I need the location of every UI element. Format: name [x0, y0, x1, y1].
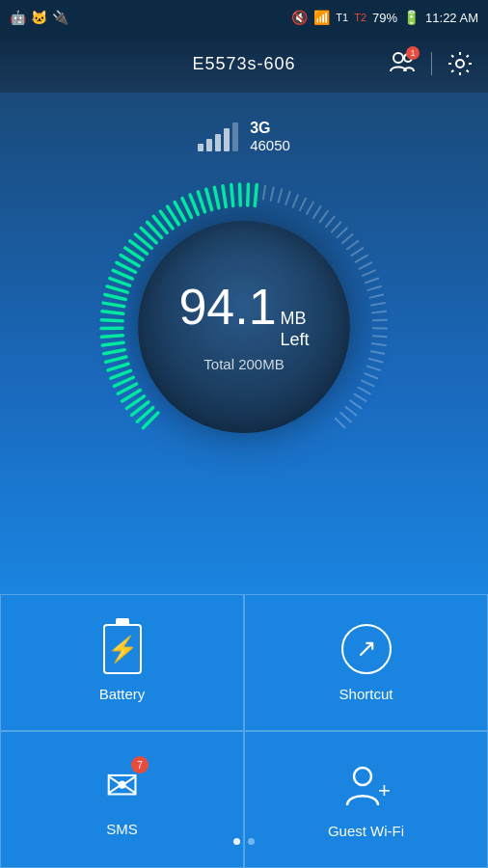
top-bar-actions: 1: [389, 50, 473, 77]
network-number: 46050: [250, 137, 290, 153]
device-title: E5573s-606: [192, 54, 295, 74]
status-left-icons: 🤖 🐱 🔌: [10, 10, 68, 25]
svg-line-22: [110, 279, 130, 286]
svg-line-46: [271, 187, 274, 201]
svg-line-41: [231, 185, 233, 206]
svg-line-61: [360, 262, 371, 268]
svg-line-53: [320, 211, 328, 222]
svg-point-0: [393, 53, 403, 63]
shortcut-cell[interactable]: ↗ Shortcut: [244, 594, 488, 731]
svg-line-39: [214, 187, 219, 208]
svg-line-17: [101, 320, 122, 321]
svg-text:+: +: [378, 778, 391, 802]
bottom-grid: ⚡ Battery ↗ Shortcut ✉ 7 SMS + Guest Wi-…: [0, 594, 488, 868]
android-icon: 🤖: [10, 10, 26, 25]
settings-icon[interactable]: [447, 51, 473, 76]
network-type: 3G: [250, 120, 270, 137]
signal-info: 3G 46050: [198, 120, 290, 153]
bar-3: [215, 134, 221, 151]
svg-line-10: [111, 370, 131, 378]
svg-line-81: [340, 413, 350, 421]
divider: [431, 52, 432, 75]
svg-line-79: [350, 400, 362, 408]
svg-line-52: [313, 206, 321, 218]
battery-label: Battery: [99, 686, 146, 702]
sms-cell[interactable]: ✉ 7 SMS: [0, 731, 244, 868]
battery-percentage: 79%: [372, 11, 397, 25]
svg-line-47: [279, 189, 283, 202]
user-icon-wrap[interactable]: 1: [389, 50, 416, 77]
svg-line-44: [255, 185, 257, 206]
svg-line-80: [345, 407, 356, 416]
bar-4: [224, 128, 230, 151]
svg-line-76: [362, 381, 374, 387]
svg-line-62: [363, 270, 375, 276]
svg-line-70: [373, 336, 387, 337]
svg-line-9: [114, 377, 133, 386]
svg-line-63: [366, 279, 378, 284]
svg-point-2: [456, 60, 464, 68]
svg-line-65: [370, 294, 384, 297]
network-info: 3G 46050: [250, 120, 290, 153]
svg-line-56: [338, 228, 347, 237]
battery-cell[interactable]: ⚡ Battery: [0, 594, 244, 731]
svg-line-23: [113, 270, 132, 279]
clock: 11:22 AM: [425, 11, 478, 25]
signal-t1-icon: T1: [336, 12, 348, 23]
main-area: 3G 46050 // We'll draw ticks via JS belo…: [0, 93, 488, 594]
svg-line-11: [108, 364, 128, 370]
bar-5: [232, 122, 238, 151]
svg-line-45: [263, 186, 265, 200]
svg-line-50: [300, 199, 306, 211]
svg-line-58: [347, 241, 358, 249]
svg-line-42: [240, 184, 241, 205]
svg-line-60: [356, 256, 367, 262]
guest-wifi-cell[interactable]: + Guest Wi-Fi: [244, 731, 488, 868]
user-badge: 1: [406, 46, 420, 60]
shortcut-label: Shortcut: [339, 686, 393, 702]
signal-bars: [198, 122, 238, 151]
svg-point-83: [354, 768, 371, 785]
svg-line-66: [371, 303, 385, 305]
svg-line-73: [369, 359, 383, 362]
svg-line-12: [106, 357, 126, 362]
data-gauge: // We'll draw ticks via JS below 94.1 MB…: [90, 173, 398, 481]
shortcut-icon: ↗: [341, 624, 392, 674]
svg-line-15: [101, 336, 122, 338]
svg-line-68: [373, 320, 387, 321]
svg-line-13: [104, 350, 125, 354]
svg-line-57: [342, 234, 353, 243]
svg-line-40: [223, 186, 226, 207]
svg-line-67: [372, 312, 386, 313]
svg-line-77: [358, 388, 369, 394]
svg-line-74: [367, 366, 380, 370]
sms-badge: 7: [131, 756, 149, 773]
usb-icon: 🔌: [52, 10, 68, 25]
cat-icon: 🐱: [31, 10, 47, 25]
svg-line-51: [307, 203, 313, 214]
guest-wifi-label: Guest Wi-Fi: [328, 823, 404, 839]
svg-line-78: [354, 394, 366, 401]
status-right-icons: 🔇 📶 T1 T2 79% 🔋 11:22 AM: [291, 10, 478, 25]
svg-line-20: [105, 294, 125, 299]
svg-line-55: [332, 222, 340, 231]
wifi-icon: 📶: [313, 10, 330, 25]
signal-t2-icon: T2: [354, 12, 366, 23]
guest-person-icon: +: [341, 761, 392, 811]
battery-icon-status: 🔋: [403, 10, 420, 25]
svg-line-59: [352, 248, 364, 256]
svg-line-72: [371, 351, 385, 354]
svg-line-43: [248, 184, 249, 205]
svg-line-36: [190, 195, 198, 214]
svg-line-38: [206, 189, 212, 209]
svg-line-14: [102, 342, 123, 345]
svg-line-19: [103, 303, 124, 307]
bar-1: [198, 144, 203, 151]
page-dot-2: [248, 838, 255, 845]
shortcut-arrow-icon: ↗: [356, 634, 377, 664]
top-bar: E5573s-606 1: [0, 35, 488, 93]
status-bar: 🤖 🐱 🔌 🔇 📶 T1 T2 79% 🔋 11:22 AM: [0, 0, 488, 35]
svg-line-49: [293, 195, 298, 207]
svg-line-48: [285, 192, 290, 204]
svg-line-71: [372, 343, 386, 345]
